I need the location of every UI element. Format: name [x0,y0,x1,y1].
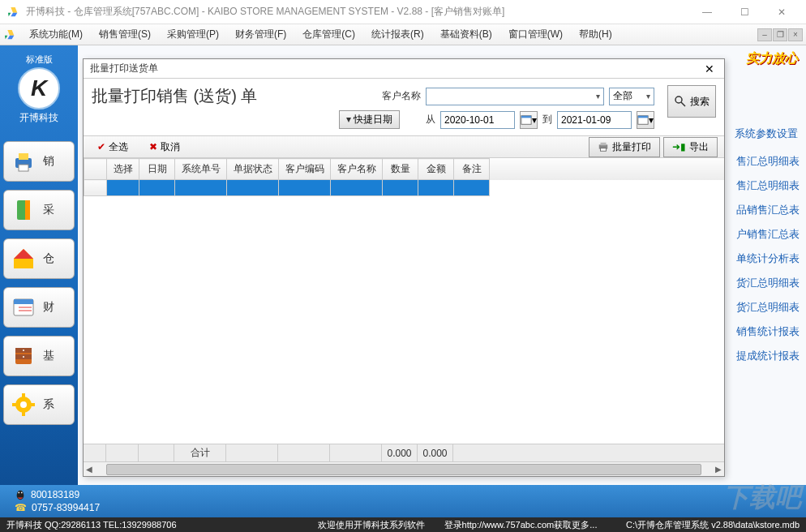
dialog-close-button[interactable]: ✕ [701,61,718,77]
svg-point-32 [21,492,23,494]
export-icon: ➜▮ [672,141,686,152]
status-left: 开博科技 QQ:29286113 TEL:13929988706 [6,519,177,531]
report-link[interactable]: 货汇总明细表 [736,300,800,315]
svg-point-30 [18,491,24,496]
batch-print-button[interactable]: 批量打印 [589,137,660,157]
nav-purchase[interactable]: 采 [3,190,75,230]
minimize-button[interactable]: — [689,1,725,24]
printer-icon [598,141,609,152]
menu-purchase[interactable]: 采购管理(P) [159,24,227,45]
svg-rect-6 [14,299,33,304]
dialog-title-text: 批量打印送货单 [90,62,701,75]
nav-system[interactable]: 系 [3,384,75,425]
report-link[interactable]: 售汇总明细表 [736,154,800,169]
table-footer: 合计 0.000 0.000 [84,444,724,461]
nav-label: 财 [43,300,54,315]
drawer-icon [9,341,38,371]
col-amount[interactable]: 金额 [418,159,454,180]
customer-label: 客户名称 [382,89,421,103]
scope-combo[interactable]: 全部 [609,88,654,105]
from-date-input[interactable] [440,111,515,129]
menu-warehouse[interactable]: 仓库管理(C) [294,24,363,45]
batch-print-dialog: 批量打印送货单 ✕ 批量打印销售 (送货) 单 客户名称 全部 快捷日期 从 ▾… [83,58,725,477]
customer-combo[interactable] [426,88,604,105]
slogan-text: 实力放心 [746,50,798,67]
menu-system[interactable]: 系统功能(M) [21,24,91,45]
close-button[interactable]: ✕ [764,1,800,24]
report-link[interactable]: 货汇总明细表 [736,276,800,290]
col-custcode[interactable]: 客户编码 [279,159,331,180]
menu-sales[interactable]: 销售管理(S) [91,24,159,45]
col-sysno[interactable]: 系统单号 [175,159,227,180]
svg-rect-2 [19,165,28,171]
footer-amount: 0.000 [418,444,453,461]
nav-basedata[interactable]: 基 [3,336,75,376]
calendar-icon [9,293,38,322]
app-icon-small [3,28,16,41]
data-grid[interactable]: 选择 日期 系统单号 单据状态 客户编码 客户名称 数量 金额 备注 [84,158,724,444]
table-row[interactable] [84,180,724,196]
to-calendar-button[interactable]: ▾ [637,111,654,129]
report-link[interactable]: 品销售汇总表 [736,203,800,217]
maximize-button[interactable]: ☐ [727,1,762,24]
search-icon [674,95,687,108]
nav-label: 系 [43,397,54,412]
col-remark[interactable]: 备注 [454,159,490,180]
nav-sales[interactable]: 销 [3,141,75,182]
report-link[interactable]: 提成统计报表 [736,349,800,363]
export-button[interactable]: ➜▮ 导出 [663,137,718,157]
menu-report[interactable]: 统计报表(R) [363,24,432,45]
nav-label: 基 [43,349,54,363]
app-icon [6,6,19,19]
svg-rect-19 [30,403,35,406]
dialog-main-title: 批量打印销售 (送货) 单 [92,85,377,107]
svg-point-24 [675,97,682,103]
nav-label: 仓 [43,251,54,266]
bottom-info-bar: 800183189 ☎ 0757-83994417 [0,485,806,517]
horizontal-scrollbar[interactable]: ◀▶ [84,461,724,476]
menu-basedata[interactable]: 基础资料(B) [432,24,500,45]
col-select[interactable]: 选择 [107,159,139,180]
company-name: 开博科技 [19,111,58,125]
left-sidebar: 标准版 K 开博科技 销 采 仓 财 基 [0,45,78,516]
menu-window[interactable]: 窗口管理(W) [500,24,571,45]
report-link[interactable]: 售汇总明细表 [736,178,800,193]
nav-finance[interactable]: 财 [3,287,75,328]
window-titlebar: 开博科技 - 仓库管理系统[757ABC.COM] - KAIBO STORE … [0,0,806,24]
phone-number: 0757-83994417 [32,502,100,513]
col-date[interactable]: 日期 [139,159,175,180]
search-button[interactable]: 搜索 [667,85,716,118]
col-custname[interactable]: 客户名称 [331,159,383,180]
cancel-button[interactable]: ✖取消 [142,138,187,157]
menu-help[interactable]: 帮助(H) [571,24,620,45]
menubar: 系统功能(M) 销售管理(S) 采购管理(P) 财务管理(F) 仓库管理(C) … [0,24,806,45]
col-status[interactable]: 单据状态 [227,159,279,180]
mdi-restore-button[interactable]: ❐ [773,28,787,41]
svg-point-31 [18,492,19,494]
svg-rect-23 [638,115,648,118]
mdi-close-button[interactable]: × [788,28,803,41]
to-date-input[interactable] [557,111,632,129]
col-qty[interactable]: 数量 [383,159,418,180]
system-params-link[interactable]: 系统参数设置 [735,127,798,141]
book-icon [9,195,38,225]
report-link[interactable]: 单统计分析表 [736,251,800,266]
nav-label: 采 [43,203,54,217]
footer-total-label: 合计 [174,444,226,461]
menu-finance[interactable]: 财务管理(F) [227,24,294,45]
qq-number: 800183189 [31,489,79,500]
svg-rect-17 [22,411,25,416]
dialog-titlebar: 批量打印送货单 ✕ [84,59,724,79]
svg-point-13 [23,356,24,358]
mdi-minimize-button[interactable]: – [757,28,772,41]
report-link[interactable]: 销售统计报表 [736,324,800,339]
gear-icon [9,390,38,419]
svg-point-12 [23,350,24,351]
nav-warehouse[interactable]: 仓 [3,238,75,279]
report-link[interactable]: 户销售汇总表 [736,227,800,242]
from-calendar-button[interactable]: ▾ [520,111,538,129]
select-all-button[interactable]: ✔全选 [90,138,135,157]
status-mid1: 欢迎使用开博科技系列软件 [318,519,425,531]
status-mid2: 登录http://www.757abc.com获取更多... [444,519,598,531]
quick-date-button[interactable]: 快捷日期 [339,110,400,129]
